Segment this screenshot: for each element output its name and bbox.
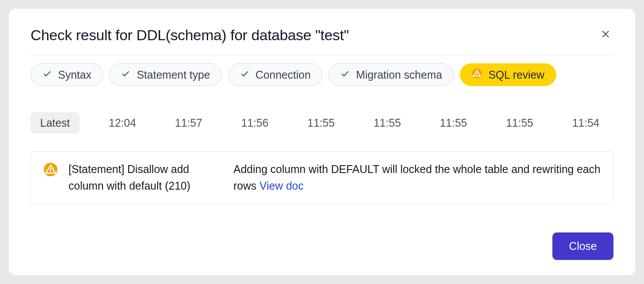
check-pill-syntax[interactable]: Syntax [31,63,103,86]
timestamp-item[interactable]: 11:54 [562,112,609,134]
result-description: Adding column with DEFAULT will locked t… [233,161,601,194]
timestamp-row: Latest12:0411:5711:5611:5511:5511:5511:5… [31,112,613,134]
svg-point-5 [50,171,51,173]
timestamp-latest[interactable]: Latest [31,112,79,134]
check-pill-connection[interactable]: Connection [228,63,322,86]
pill-label: Connection [256,69,311,81]
pill-label: Migration schema [356,69,442,81]
modal-title: Check result for DDL(schema) for databas… [31,27,349,44]
result-item: [Statement] Disallow add column with def… [31,151,613,204]
pill-label: Statement type [137,69,210,81]
modal-header: Check result for DDL(schema) for databas… [31,26,613,55]
timestamp-item[interactable]: 12:04 [99,112,146,134]
check-icon [121,69,130,81]
warning-icon [43,162,58,179]
warning-icon [472,68,482,81]
timestamp-item[interactable]: 11:57 [165,112,212,134]
check-icon [42,69,52,81]
timestamp-item[interactable]: 11:56 [232,112,278,134]
check-icon [240,69,250,81]
timestamp-item[interactable]: 11:55 [298,112,344,134]
pill-label: Syntax [58,69,91,81]
check-result-modal: Check result for DDL(schema) for databas… [9,9,635,275]
result-body: [Statement] Disallow add column with def… [69,161,601,194]
close-icon[interactable] [598,26,613,44]
check-pill-sql-review[interactable]: SQL review [460,63,556,86]
check-pill-migration-schema[interactable]: Migration schema [329,63,454,86]
check-icon [340,69,350,81]
pill-label: SQL review [488,69,544,81]
check-pill-statement-type[interactable]: Statement type [109,63,222,86]
check-pills-row: SyntaxStatement typeConnectionMigration … [31,55,613,86]
close-button[interactable]: Close [552,232,613,260]
view-doc-link[interactable]: View doc [260,180,304,192]
timestamp-item[interactable]: 11:55 [430,112,477,134]
modal-footer: Close [31,232,613,260]
svg-point-2 [476,75,477,76]
timestamp-item[interactable]: 11:55 [497,112,543,134]
timestamp-item[interactable]: 11:55 [364,112,411,134]
result-title: [Statement] Disallow add column with def… [69,161,217,194]
